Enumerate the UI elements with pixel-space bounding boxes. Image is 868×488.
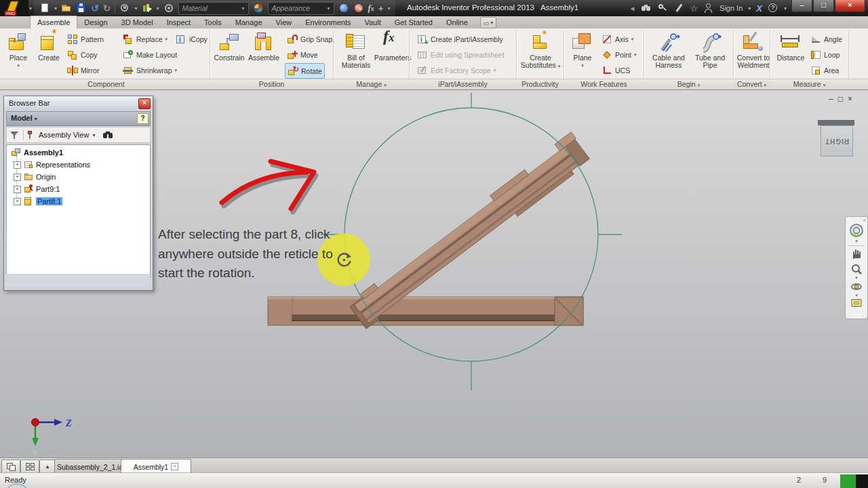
browser-bar-titlebar[interactable]: Browser Bar × — [4, 96, 153, 110]
icopy-button[interactable]: i iCopy — [174, 32, 210, 46]
tab-tools[interactable]: Tools — [197, 16, 229, 28]
group-label-begin[interactable]: Begin ▾ — [644, 80, 733, 88]
browser-help-button[interactable]: ? — [137, 113, 149, 124]
rotate-button[interactable]: ↻ Rotate — [285, 63, 325, 79]
exchange-apps-button[interactable]: X — [756, 3, 762, 14]
sign-in-dropdown-icon[interactable]: ▾ — [748, 5, 751, 12]
sign-in-button[interactable]: Sign In — [719, 4, 743, 12]
tree-item-representations[interactable]: + Representations — [14, 159, 90, 171]
browser-mode-selector[interactable]: Model ▾ ? — [6, 111, 151, 126]
browser-close-button[interactable]: × — [138, 98, 151, 109]
help-button[interactable]: ? — [768, 3, 778, 14]
grip-snap-button[interactable]: Grip Snap — [285, 32, 334, 46]
pan-hand-icon[interactable] — [850, 247, 863, 260]
orbit-icon[interactable] — [850, 281, 863, 293]
loop-button[interactable]: Loop — [808, 47, 842, 62]
convert-to-weldment-button[interactable]: Convert to Weldment — [736, 31, 770, 69]
tab-manage[interactable]: Manage — [229, 16, 269, 28]
look-at-icon[interactable] — [850, 298, 863, 308]
tab-get-started[interactable]: Get Started — [388, 16, 439, 28]
tab-online[interactable]: Online — [439, 16, 475, 28]
mirror-button[interactable]: Mirror — [65, 63, 101, 77]
tile-windows-button[interactable] — [20, 460, 39, 474]
tab-view[interactable]: View — [269, 16, 299, 28]
edit-using-spreadsheet-button[interactable]: Edit using Spreadsheet — [415, 47, 507, 62]
open-button[interactable] — [61, 3, 72, 14]
expand-icon[interactable]: + — [14, 161, 21, 169]
replace-button[interactable]: Replace▾ — [121, 32, 170, 46]
axis-button[interactable]: Axis▾ — [599, 32, 635, 46]
group-label-convert[interactable]: Convert ▾ — [734, 80, 770, 88]
export-dropdown-icon[interactable]: ▾ — [134, 5, 137, 12]
group-label-ipart[interactable]: iPart/iAssembly — [410, 80, 516, 88]
app-logo[interactable]: PRO — [0, 0, 28, 16]
expand-icon[interactable]: + — [14, 186, 21, 193]
parameters-button[interactable]: fx Parameters — [376, 31, 410, 62]
group-label-position[interactable]: Position — [210, 80, 333, 88]
expand-icon[interactable]: + — [14, 198, 21, 205]
cable-and-harness-button[interactable]: Cable and Harness — [648, 31, 689, 69]
doc-restore-button[interactable]: □ — [838, 94, 843, 104]
color-wheel-icon[interactable] — [253, 3, 264, 14]
tube-and-pipe-button[interactable]: Tube and Pipe — [692, 31, 728, 69]
ribbon-display-toggle[interactable]: ▭▾ — [480, 17, 497, 28]
place-button[interactable]: ↓ Place▾ — [4, 31, 33, 69]
shrinkwrap-button[interactable]: Shrinkwrap▾ — [121, 63, 179, 77]
redo-button[interactable]: ↻ — [103, 3, 111, 13]
assemble-button[interactable]: Assemble — [247, 31, 281, 62]
save-button[interactable] — [76, 3, 87, 14]
iproperties-button[interactable] — [163, 3, 174, 14]
undo-button[interactable]: ↺ — [91, 3, 99, 13]
graphics-viewport[interactable]: After selecting the part 8, click anywhe… — [0, 89, 868, 458]
doc-tab-subassembly[interactable]: Subassembly_2_1.iam — [54, 459, 132, 474]
fx-parameters-icon[interactable]: fx — [368, 3, 374, 14]
create-substitutes-button[interactable]: * Create Substitutes ▾ — [519, 31, 561, 70]
tree-item-part8[interactable]: + Part8:1 — [14, 195, 62, 207]
filter-funnel-icon[interactable] — [9, 130, 20, 140]
doc-tab-assembly1[interactable]: Assembly1 × — [121, 459, 191, 474]
pattern-button[interactable]: Pattern — [65, 32, 106, 46]
constrain-button[interactable]: Constrain — [213, 31, 245, 62]
steering-wheel-icon[interactable] — [848, 222, 865, 239]
key-icon[interactable] — [657, 3, 668, 14]
appearance-combobox[interactable]: Appearance ▾ — [268, 2, 334, 15]
favorites-star-icon[interactable]: ☆ — [690, 3, 698, 14]
tree-item-assembly1[interactable]: Assembly1 — [11, 146, 63, 159]
tree-item-origin[interactable]: + Origin — [14, 171, 56, 183]
ucs-button[interactable]: UCS — [599, 63, 632, 77]
add-icon[interactable]: + — [378, 3, 384, 14]
wheel-dropdown-icon[interactable]: ▾ — [855, 239, 858, 244]
group-label-productivity[interactable]: Productivity — [517, 80, 564, 88]
copy-button[interactable]: Copy — [65, 47, 100, 62]
expand-icon[interactable]: + — [14, 174, 21, 181]
assembly-view-dropdown-icon[interactable]: ▾ — [92, 132, 95, 138]
create-button[interactable]: * Create — [34, 31, 64, 62]
new-file-button[interactable] — [39, 3, 50, 14]
group-label-measure[interactable]: Measure ▾ — [770, 80, 848, 88]
select-dropdown-icon[interactable]: ▾ — [157, 5, 159, 12]
plane-button[interactable]: Plane▾ — [568, 31, 597, 69]
tab-3d-model[interactable]: 3D Model — [115, 16, 160, 28]
cascade-windows-button[interactable] — [1, 460, 20, 474]
area-button[interactable]: Area — [808, 63, 841, 77]
qat-customize-dropdown-icon[interactable]: ▾ — [387, 5, 390, 12]
user-icon[interactable] — [703, 3, 714, 14]
bill-of-materials-button[interactable]: Bill of Materials — [338, 31, 374, 69]
group-label-work-features[interactable]: Work Features — [564, 80, 644, 88]
search-help-icon[interactable] — [641, 3, 652, 14]
clear-appearance-button[interactable]: × — [353, 3, 364, 14]
export-button[interactable] — [119, 3, 130, 14]
maximize-button[interactable]: □ — [813, 0, 834, 12]
edit-factory-scope-button[interactable]: Edit Factory Scope▾ — [415, 63, 498, 77]
tree-item-part9[interactable]: + Part9:1 — [14, 183, 60, 195]
minimize-button[interactable]: – — [791, 0, 812, 12]
close-button[interactable]: × — [835, 0, 865, 12]
group-label-manage[interactable]: Manage ▾ — [334, 80, 409, 88]
tab-close-icon[interactable]: × — [171, 463, 178, 470]
create-ipart-button[interactable]: i + Create iPart/iAssembly — [415, 32, 505, 46]
zoom-dropdown-icon[interactable]: ▾ — [855, 275, 858, 281]
angle-button[interactable]: Angle — [808, 32, 844, 46]
viewcube-top-edge[interactable] — [818, 120, 854, 125]
browser-search-icon[interactable] — [102, 130, 114, 140]
logo-dropdown-icon[interactable]: ▾ — [29, 5, 32, 12]
